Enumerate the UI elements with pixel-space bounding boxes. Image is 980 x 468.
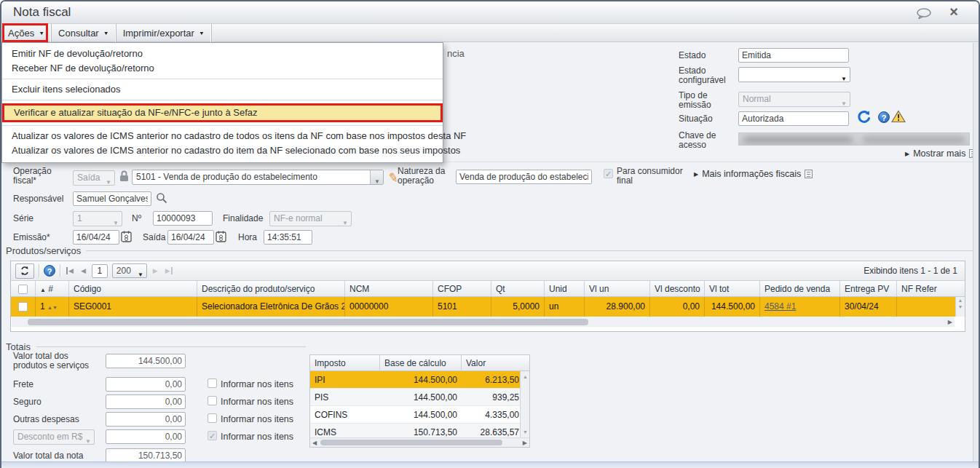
calendar-icon[interactable] — [121, 230, 132, 243]
column-vl-un[interactable]: Vl un — [585, 281, 650, 296]
menu-button-imprimir-exportar[interactable]: Imprimir/exportar ▼ — [116, 24, 212, 42]
seguro-informar-checkbox[interactable] — [208, 396, 217, 405]
serie-label: Série — [13, 214, 33, 223]
taxes-header-row: Imposto Base de cálculo Valor — [310, 355, 529, 371]
valor-produtos-field[interactable] — [106, 354, 186, 368]
scrollbar-thumb[interactable] — [28, 319, 588, 325]
column-valor[interactable]: Valor — [462, 355, 529, 370]
responsavel-field[interactable] — [73, 191, 151, 206]
column-ncm[interactable]: NCM — [345, 281, 433, 296]
cell-nf-refer — [897, 297, 955, 317]
prev-page-icon[interactable]: ◀ — [79, 267, 87, 274]
column-imposto[interactable]: Imposto — [310, 355, 380, 370]
menu-item-verificar-situacao-sefaz[interactable]: Verificar e atualizar situação da NF-e/N… — [4, 106, 440, 120]
saida-field[interactable] — [167, 230, 214, 245]
valor-nota-field[interactable] — [106, 448, 186, 463]
column-nf-refer[interactable]: NF Refer — [897, 281, 965, 296]
column-vl-tot[interactable]: Vl tot — [705, 281, 760, 296]
chat-icon[interactable] — [916, 8, 932, 19]
frete-informar-checkbox[interactable] — [208, 378, 217, 388]
serie-select: 1 ▼ — [73, 211, 122, 226]
menu-button-acoes[interactable]: Ações ▼ — [1, 24, 52, 42]
column-cfop[interactable]: CFOP — [433, 281, 491, 296]
menu-item-excluir-itens[interactable]: Excluir itens selecionados — [2, 82, 443, 97]
scroll-right-icon[interactable]: ▶ — [948, 319, 952, 325]
refresh-grid-button[interactable] — [15, 263, 34, 279]
situacao-field[interactable] — [738, 111, 849, 126]
warning-icon[interactable] — [891, 110, 906, 123]
column-descricao[interactable]: Descrição do produto/serviço — [197, 281, 345, 296]
column-vl-desconto[interactable]: Vl desconto — [650, 281, 705, 296]
menu-item-receber-nf-devolucao[interactable]: Receber NF de devolução/retorno — [2, 61, 443, 76]
column-unid[interactable]: Unid — [545, 281, 585, 296]
tax-row-pis[interactable]: PIS 144.500,00 939,25 — [310, 389, 529, 406]
chave-acesso-field[interactable] — [738, 132, 970, 146]
operacao-cfop-select[interactable]: 5101 - Venda de produção do estabelecime… — [132, 170, 384, 185]
move-down-icon[interactable]: ▼ — [52, 305, 58, 310]
search-icon[interactable] — [156, 192, 167, 204]
select-all-checkbox[interactable] — [18, 285, 28, 294]
emissao-field[interactable] — [73, 230, 119, 245]
first-page-icon[interactable]: ◀ — [65, 267, 75, 274]
calendar-icon[interactable] — [216, 230, 226, 243]
tax-row-cofins[interactable]: COFINS 144.500,00 4.335,00 — [310, 406, 529, 424]
fieldset-line — [36, 346, 306, 347]
grid-vertical-scrollbar[interactable]: ▲ ▼ — [955, 297, 965, 317]
column-pedido-venda[interactable]: Pedido de venda — [760, 281, 840, 296]
outras-despesas-label: Outras despesas — [13, 415, 79, 424]
scroll-left-icon[interactable]: ◀ — [312, 440, 317, 446]
taxes-horizontal-scrollbar[interactable]: ◀ ▶ — [310, 437, 529, 447]
hora-field[interactable] — [264, 230, 312, 245]
consumidor-final-checkbox: ✓ — [604, 169, 613, 178]
menu-button-consultar[interactable]: Consultar ▼ — [52, 24, 116, 42]
scrollbar-thumb[interactable] — [320, 440, 502, 445]
products-toolbar: ? ◀ ◀ 200 ▼ ▶ ▶ Exibindo itens 1 - 1 de … — [11, 261, 965, 281]
cell-vl-desconto: 0,00 — [650, 297, 705, 317]
outras-informar-checkbox[interactable] — [208, 413, 217, 423]
numero-field[interactable] — [153, 211, 213, 226]
grid-horizontal-scrollbar[interactable]: ▶ — [12, 317, 955, 327]
window-vertical-scrollbar[interactable] — [973, 43, 979, 461]
page-size-select[interactable]: 200 ▼ — [112, 263, 147, 278]
refresh-situacao-icon[interactable] — [856, 109, 872, 124]
mostrar-mais-link[interactable]: ▶ Mostrar mais — [905, 148, 977, 159]
column-num[interactable]: ▲ # — [36, 281, 69, 296]
pedido-venda-link[interactable]: 4584 #1 — [764, 301, 796, 312]
row-checkbox[interactable] — [18, 302, 28, 312]
scroll-down-icon: ▼ — [523, 429, 528, 435]
natureza-operacao-field[interactable] — [456, 170, 592, 184]
menu-item-atualizar-icms-todos[interactable]: Atualizar os valores de ICMS anterior no… — [2, 129, 443, 143]
grid-help-icon[interactable]: ? — [44, 265, 55, 277]
help-icon[interactable]: ? — [878, 111, 890, 123]
cell-descricao: Selecionadora Eletrônica De Grãos 24 Can… — [197, 297, 345, 317]
page-number-input[interactable] — [92, 264, 108, 278]
estado-configuravel-select[interactable]: ▼ — [738, 67, 850, 82]
frete-field[interactable] — [106, 377, 186, 392]
product-row[interactable]: 1 ▲▼ SEG0001 Selecionadora Eletrônica De… — [11, 297, 955, 317]
seguro-field[interactable] — [106, 394, 186, 409]
tax-row-ipi[interactable]: IPI 144.500,00 6.213,50 — [310, 371, 529, 389]
desconto-tipo-select: Desconto em R$ ▼ — [13, 429, 95, 445]
cell-unid: un — [545, 297, 585, 317]
next-page-icon[interactable]: ▶ — [151, 267, 159, 274]
outras-despesas-field[interactable] — [106, 412, 186, 427]
last-page-icon[interactable]: ▶ — [164, 267, 174, 274]
situacao-label: Situação — [679, 114, 713, 124]
operacao-tipo-select: Saída ▼ — [73, 170, 115, 186]
menu-item-emitir-nf-devolucao[interactable]: Emitir NF de devolução/retorno — [2, 47, 443, 61]
column-qt[interactable]: Qt — [491, 281, 545, 296]
move-up-icon[interactable]: ▲ — [47, 305, 52, 310]
scroll-right-icon[interactable]: ▶ — [523, 440, 527, 446]
column-base-calculo[interactable]: Base de cálculo — [380, 355, 462, 370]
operacao-fiscal-label: Operação fiscal* — [13, 167, 60, 186]
taxes-vertical-scrollbar[interactable]: ▲ ▼ — [520, 371, 529, 437]
menu-separator — [2, 79, 443, 79]
mais-informacoes-fiscais-link[interactable]: ▶ Mais informações fiscais — [694, 169, 813, 179]
column-codigo[interactable]: Código — [69, 281, 197, 296]
column-entrega-pv[interactable]: Entrega PV — [840, 281, 897, 296]
estado-field[interactable] — [738, 48, 849, 63]
estado-label: Estado — [679, 51, 706, 60]
desconto-field[interactable] — [106, 429, 186, 444]
menu-item-atualizar-icms-selecionado[interactable]: Atualizar os valores de ICMS anterior no… — [2, 143, 443, 158]
close-icon[interactable]: × — [949, 4, 958, 20]
